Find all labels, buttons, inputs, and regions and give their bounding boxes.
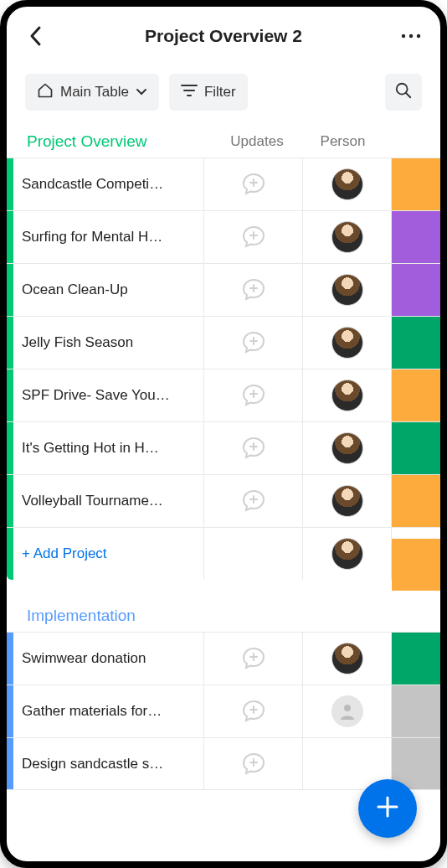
- plus-icon: [375, 794, 400, 823]
- filter-icon: [181, 83, 198, 102]
- status-cell[interactable]: [392, 264, 440, 316]
- group-name[interactable]: Implementation: [27, 607, 211, 625]
- add-update-icon: [240, 751, 267, 778]
- filter-label: Filter: [204, 84, 236, 101]
- item-name[interactable]: Sandcastle Competi…: [13, 158, 204, 210]
- group-name[interactable]: Project Overview: [27, 132, 211, 151]
- status-cell[interactable]: [392, 422, 440, 474]
- status-cell[interactable]: [392, 633, 440, 685]
- updates-cell[interactable]: [204, 211, 303, 263]
- svg-point-2: [417, 34, 420, 38]
- person-cell[interactable]: [303, 528, 392, 580]
- search-button[interactable]: [385, 74, 422, 111]
- updates-cell: [204, 528, 303, 580]
- add-update-icon: [240, 224, 267, 251]
- table-row[interactable]: Gather materials for…: [7, 685, 440, 737]
- updates-cell[interactable]: [204, 317, 303, 369]
- person-cell[interactable]: [303, 475, 392, 527]
- updates-cell[interactable]: [204, 685, 303, 737]
- status-cell[interactable]: [392, 685, 440, 737]
- item-name[interactable]: Ocean Clean-Up: [13, 264, 204, 316]
- group-stripe: [7, 633, 13, 685]
- item-name[interactable]: It's Getting Hot in H…: [13, 422, 204, 474]
- group-stripe: [7, 685, 13, 737]
- table-row[interactable]: It's Getting Hot in H…: [7, 421, 440, 474]
- item-name[interactable]: Design sandcastle s…: [13, 738, 204, 789]
- person-empty[interactable]: [331, 695, 363, 727]
- updates-cell[interactable]: [204, 475, 303, 527]
- add-update-icon: [240, 382, 267, 409]
- person-cell[interactable]: [303, 158, 392, 210]
- group-stripe: [7, 369, 13, 421]
- more-button[interactable]: [400, 25, 422, 47]
- status-cell[interactable]: [392, 475, 440, 527]
- group-stripe: [7, 422, 13, 474]
- avatar[interactable]: [331, 643, 363, 674]
- updates-cell[interactable]: [204, 633, 303, 685]
- svg-point-26: [344, 705, 351, 711]
- group-stripe: [7, 264, 13, 316]
- avatar[interactable]: [331, 538, 363, 570]
- status-cell[interactable]: [392, 211, 440, 263]
- status-cell[interactable]: [392, 539, 440, 591]
- avatar[interactable]: [331, 221, 363, 253]
- table-row[interactable]: SPF Drive- Save You…: [7, 369, 440, 421]
- updates-cell[interactable]: [204, 264, 303, 316]
- chevron-down-icon: [136, 84, 147, 101]
- person-cell[interactable]: [303, 317, 392, 369]
- add-update-icon: [240, 171, 267, 198]
- updates-cell[interactable]: [204, 369, 303, 421]
- table-row[interactable]: Swimwear donation: [7, 632, 440, 685]
- board-content: Project OverviewUpdatesPersonSandcastle …: [7, 124, 440, 790]
- item-name[interactable]: Gather materials for…: [13, 685, 204, 737]
- view-label: Main Table: [60, 84, 129, 101]
- avatar[interactable]: [331, 432, 363, 464]
- item-name[interactable]: SPF Drive- Save You…: [13, 369, 204, 421]
- view-selector[interactable]: Main Table: [25, 74, 159, 111]
- item-name[interactable]: Surfing for Mental H…: [13, 211, 204, 263]
- table-row[interactable]: Volleyball Tourname…: [7, 474, 440, 527]
- avatar[interactable]: [331, 168, 363, 200]
- table-row[interactable]: Jelly Fish Season: [7, 316, 440, 369]
- item-name[interactable]: Jelly Fish Season: [13, 317, 204, 369]
- add-update-icon: [240, 329, 267, 356]
- item-name[interactable]: Swimwear donation: [13, 633, 204, 685]
- status-cell[interactable]: [392, 317, 440, 369]
- updates-cell[interactable]: [204, 158, 303, 210]
- person-cell[interactable]: [303, 264, 392, 316]
- person-cell[interactable]: [303, 422, 392, 474]
- svg-point-1: [409, 34, 413, 38]
- back-button[interactable]: [25, 25, 47, 47]
- updates-cell[interactable]: [204, 738, 303, 789]
- status-cell[interactable]: [392, 369, 440, 421]
- person-cell[interactable]: [303, 369, 392, 421]
- table-row[interactable]: Sandcastle Competi…: [7, 158, 440, 210]
- toolbar: Main Table Filter: [7, 55, 440, 124]
- add-item-label[interactable]: + Add Project: [13, 528, 204, 580]
- avatar[interactable]: [331, 327, 363, 359]
- add-update-icon: [240, 488, 267, 514]
- item-name[interactable]: Volleyball Tourname…: [13, 475, 204, 527]
- person-cell[interactable]: [303, 685, 392, 737]
- status-cell[interactable]: [392, 158, 440, 210]
- app-frame: Project Overview 2 Main Table Filter: [0, 0, 447, 868]
- group-stripe: [7, 475, 13, 527]
- avatar[interactable]: [331, 485, 363, 517]
- person-cell[interactable]: [303, 633, 392, 685]
- home-icon: [37, 82, 54, 103]
- updates-cell[interactable]: [204, 422, 303, 474]
- avatar[interactable]: [331, 274, 363, 306]
- filter-button[interactable]: Filter: [169, 74, 248, 111]
- group-header: Implementation: [7, 598, 440, 632]
- group-stripe: [7, 211, 13, 263]
- table-row[interactable]: Ocean Clean-Up: [7, 263, 440, 316]
- person-cell[interactable]: [303, 211, 392, 263]
- add-update-icon: [240, 276, 267, 303]
- add-item-row[interactable]: + Add Project: [7, 527, 440, 580]
- add-update-icon: [240, 698, 267, 725]
- add-fab[interactable]: [358, 779, 417, 838]
- group-stripe: [7, 738, 13, 789]
- avatar[interactable]: [331, 380, 363, 411]
- table-row[interactable]: Surfing for Mental H…: [7, 210, 440, 263]
- page-title: Project Overview 2: [145, 26, 302, 46]
